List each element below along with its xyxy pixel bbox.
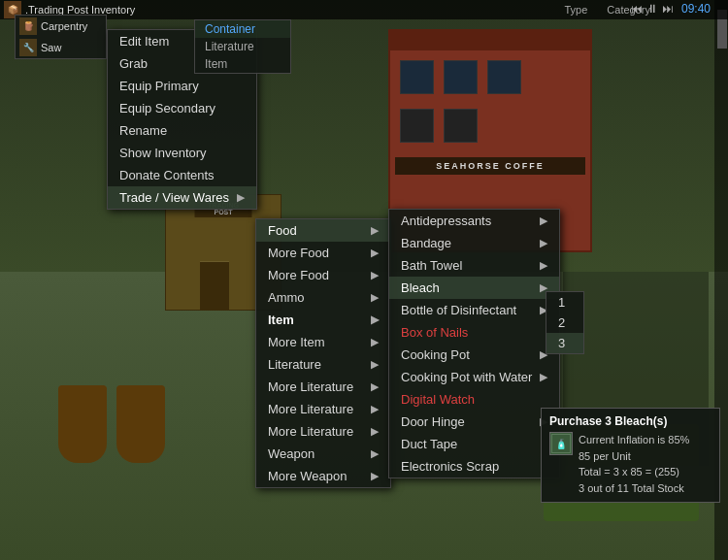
menu-bleach[interactable]: Bleach ▶ <box>389 277 559 299</box>
item-arrow-icon: ▶ <box>371 313 379 326</box>
menu-donate-contents[interactable]: Donate Contents <box>108 164 256 186</box>
more-lit1-arrow-icon: ▶ <box>371 380 379 393</box>
bleach-qty-3[interactable]: 3 <box>546 333 583 353</box>
menu-digital-watch[interactable]: Digital Watch <box>389 388 559 411</box>
carpentry-icon: 🪵 <box>19 17 37 35</box>
menu-equip-secondary[interactable]: Equip Secondary <box>108 97 256 119</box>
ammo-arrow-icon: ▶ <box>371 291 379 304</box>
menu-cooking-pot-water[interactable]: Cooking Pot with Water ▶ <box>389 366 559 388</box>
menu-electronics-scrap[interactable]: Electronics Scrap <box>389 455 559 478</box>
menu-bath-towel[interactable]: Bath Towel ▶ <box>389 254 559 277</box>
inv-item-carpentry[interactable]: 🪵 Carpentry <box>16 16 106 37</box>
cooking-pot-water-arrow-icon: ▶ <box>540 371 547 383</box>
inflation-text: Current Inflation is 85% <box>579 432 689 448</box>
more-lit3-arrow-icon: ▶ <box>371 425 379 438</box>
more-lit2-arrow-icon: ▶ <box>371 403 379 415</box>
type-container[interactable]: Container <box>195 20 290 38</box>
inv-saw-label: Saw <box>41 42 61 53</box>
total-text: Total = 3 x 85 = (255) <box>579 464 689 480</box>
purchase-title: Purchase 3 Bleach(s) <box>549 414 711 428</box>
top-bar: 📦 .Trading Post Inventory Type Category <box>0 0 728 19</box>
media-forward-btn[interactable]: ⏭ <box>662 2 674 16</box>
purchase-details: Current Inflation is 85% 85 per Unit Tot… <box>579 432 689 496</box>
clock-display: 09:40 <box>681 2 711 16</box>
context-menu-level3: Antidepressants ▶ Bandage ▶ Bath Towel ▶… <box>388 209 560 478</box>
per-unit-text: 85 per Unit <box>579 448 689 465</box>
type-menu: Container Literature Item <box>194 19 291 74</box>
menu-more-literature-1[interactable]: More Literature ▶ <box>256 376 390 398</box>
menu-more-item[interactable]: More Item ▶ <box>256 331 390 353</box>
menu-more-weapon[interactable]: More Weapon ▶ <box>256 465 390 487</box>
type-item[interactable]: Item <box>195 55 290 73</box>
arrow-icon: ▶ <box>237 191 245 204</box>
media-pause-btn[interactable]: ⏸ <box>646 2 658 16</box>
menu-rename[interactable]: Rename <box>108 119 256 142</box>
inv-carpentry-label: Carpentry <box>41 20 87 32</box>
menu-cooking-pot[interactable]: Cooking Pot ▶ <box>389 344 559 366</box>
bleach-item-icon: 🧴 <box>549 432 573 455</box>
more-item-arrow-icon: ▶ <box>371 336 379 348</box>
more-food1-arrow-icon: ▶ <box>371 247 379 259</box>
antidep-arrow-icon: ▶ <box>540 214 547 227</box>
building-sign: SEAHORSE COFFE <box>395 157 585 175</box>
menu-box-of-nails[interactable]: Box of Nails <box>389 321 559 344</box>
menu-trade-view-wares[interactable]: Trade / View Wares ▶ <box>108 186 256 209</box>
weapon-arrow-icon: ▶ <box>371 447 379 460</box>
type-literature[interactable]: Literature <box>195 38 290 55</box>
bleach-qty-1[interactable]: 1 <box>546 292 583 313</box>
menu-bandage[interactable]: Bandage ▶ <box>389 232 559 254</box>
bandage-arrow-icon: ▶ <box>540 237 547 249</box>
menu-antidepressants[interactable]: Antidepressants ▶ <box>389 210 559 232</box>
type-label: Type <box>565 4 588 16</box>
menu-more-literature-2[interactable]: More Literature ▶ <box>256 398 390 420</box>
context-menu-level2: Food ▶ More Food ▶ More Food ▶ Ammo ▶ It… <box>255 218 391 488</box>
purchase-panel: Purchase 3 Bleach(s) 🧴 Current Inflation… <box>541 408 720 503</box>
bleach-quantity-menu: 1 2 3 <box>546 291 584 354</box>
menu-weapon[interactable]: Weapon ▶ <box>256 443 390 465</box>
menu-door-hinge[interactable]: Door Hinge ▶ <box>389 411 559 433</box>
menu-more-literature-3[interactable]: More Literature ▶ <box>256 420 390 443</box>
stock-text: 3 out of 11 Total Stock <box>579 480 689 497</box>
menu-more-food-1[interactable]: More Food ▶ <box>256 242 390 264</box>
menu-bottle-disinfectant[interactable]: Bottle of Disinfectant ▶ <box>389 299 559 321</box>
food-arrow-icon: ▶ <box>371 224 379 237</box>
type-category-area: Container Literature Item <box>194 19 291 74</box>
literature-arrow-icon: ▶ <box>371 358 379 371</box>
media-controls: ⏮ ⏸ ⏭ 09:40 <box>631 2 711 16</box>
more-weapon-arrow-icon: ▶ <box>371 470 379 482</box>
saw-icon: 🔧 <box>19 39 37 56</box>
menu-literature[interactable]: Literature ▶ <box>256 353 390 376</box>
menu-food[interactable]: Food ▶ <box>256 219 390 242</box>
menu-item[interactable]: Item ▶ <box>256 309 390 331</box>
menu-duct-tape[interactable]: Duct Tape <box>389 433 559 455</box>
menu-ammo[interactable]: Ammo ▶ <box>256 286 390 309</box>
inv-item-saw[interactable]: 🔧 Saw <box>16 37 106 58</box>
more-food2-arrow-icon: ▶ <box>371 269 379 281</box>
bath-towel-arrow-icon: ▶ <box>540 259 547 272</box>
menu-more-food-2[interactable]: More Food ▶ <box>256 264 390 286</box>
media-back-btn[interactable]: ⏮ <box>631 2 643 16</box>
menu-show-inventory[interactable]: Show Inventory <box>108 142 256 164</box>
bleach-qty-2[interactable]: 2 <box>546 313 583 333</box>
menu-equip-primary[interactable]: Equip Primary <box>108 75 256 97</box>
inventory-panel: 🪵 Carpentry 🔧 Saw <box>15 15 107 59</box>
